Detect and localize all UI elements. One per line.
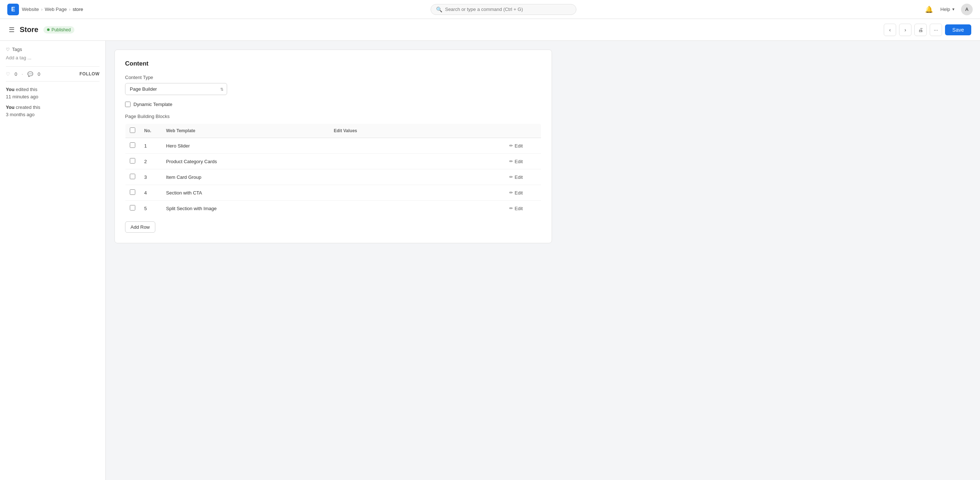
row-checkbox-4[interactable] <box>130 205 135 211</box>
row-template-0: Hero Slider <box>162 138 329 154</box>
table-head: No. Web Template Edit Values <box>126 124 541 138</box>
col-header-check <box>126 124 140 138</box>
edit-button-2[interactable]: ✏ Edit <box>509 174 523 180</box>
app-icon: E <box>7 4 19 15</box>
row-checkbox-3[interactable] <box>130 189 135 195</box>
save-button[interactable]: Save <box>945 24 971 35</box>
table-row: 3 Item Card Group ✏ Edit <box>126 170 541 185</box>
content-type-label: Content Type <box>125 74 541 80</box>
table-row: 5 Split Section with Image ✏ Edit <box>126 201 541 216</box>
divider-1 <box>6 66 100 67</box>
row-no-1: 2 <box>140 154 162 170</box>
row-template-1: Product Category Cards <box>162 154 329 170</box>
pencil-icon-3: ✏ <box>509 190 513 195</box>
row-checkbox-2[interactable] <box>130 174 135 179</box>
col-header-no: No. <box>140 124 162 138</box>
edit-button-4[interactable]: ✏ Edit <box>509 206 523 211</box>
row-check-cell-2 <box>126 170 140 185</box>
breadcrumb-store: store <box>73 6 83 12</box>
dynamic-template-row: Dynamic Template <box>125 101 541 107</box>
breadcrumb-website[interactable]: Website <box>22 6 39 12</box>
avatar[interactable]: A <box>961 4 973 15</box>
breadcrumb-sep-1: › <box>41 7 43 12</box>
sidebar: ♡ Tags Add a tag ... ♡ 0 · 💬 0 FOLLOW Yo… <box>0 41 106 480</box>
next-button[interactable]: › <box>899 24 912 36</box>
row-no-2: 3 <box>140 170 162 185</box>
chevron-down-icon: ▼ <box>951 7 955 11</box>
pencil-icon-1: ✏ <box>509 159 513 164</box>
row-actions-4: ✏ Edit <box>505 201 541 216</box>
select-all-checkbox[interactable] <box>130 127 135 133</box>
edit-label-1: Edit <box>515 159 523 164</box>
dynamic-template-checkbox[interactable] <box>125 101 130 107</box>
activity-text-1: edited this <box>16 87 37 92</box>
header-left: ☰ Store Published <box>9 25 75 34</box>
table-header-row: No. Web Template Edit Values <box>126 124 541 138</box>
col-header-actions <box>505 124 541 138</box>
search-icon: 🔍 <box>436 6 442 13</box>
col-header-edit-values: Edit Values <box>329 124 505 138</box>
search-bar: 🔍 <box>431 4 576 15</box>
col-header-template: Web Template <box>162 124 329 138</box>
layout: ♡ Tags Add a tag ... ♡ 0 · 💬 0 FOLLOW Yo… <box>0 41 980 480</box>
edit-label-0: Edit <box>515 143 523 149</box>
comments-count: 0 <box>38 71 40 77</box>
edit-label-3: Edit <box>515 190 523 196</box>
tags-label: Tags <box>12 47 22 52</box>
hamburger-button[interactable]: ☰ <box>9 26 14 34</box>
follow-button[interactable]: FOLLOW <box>80 71 100 76</box>
meta-row: ♡ 0 · 💬 0 FOLLOW <box>6 71 100 77</box>
row-check-cell-0 <box>126 138 140 154</box>
building-blocks-label: Page Building Blocks <box>125 114 541 119</box>
breadcrumb-sep-2: › <box>69 7 70 12</box>
likes-count: 0 <box>14 71 17 77</box>
content-type-wrapper: Page Builder Rich Text HTML ⇅ <box>125 83 227 95</box>
table-row: 4 Section with CTA ✏ Edit <box>126 185 541 201</box>
row-checkbox-0[interactable] <box>130 143 135 148</box>
activity-prefix-1: You <box>6 87 14 92</box>
page-title: Store <box>20 25 38 34</box>
header-right: ‹ › 🖨 ··· Save <box>884 24 971 36</box>
row-template-2: Item Card Group <box>162 170 329 185</box>
edit-label-4: Edit <box>515 206 523 211</box>
activity-time-2: 3 months ago <box>6 112 35 117</box>
help-label: Help <box>940 6 950 12</box>
dynamic-template-label[interactable]: Dynamic Template <box>134 101 172 107</box>
status-dot <box>47 29 49 31</box>
tags-section: ♡ Tags Add a tag ... <box>6 47 100 60</box>
add-tag[interactable]: Add a tag ... <box>6 55 100 60</box>
main-content: Content Content Type Page Builder Rich T… <box>106 41 980 480</box>
activity-time-1: 11 minutes ago <box>6 94 38 100</box>
breadcrumb-webpage[interactable]: Web Page <box>45 6 67 12</box>
edit-label-2: Edit <box>515 174 523 180</box>
help-button[interactable]: Help ▼ <box>940 6 955 12</box>
row-edit-values-3 <box>329 185 505 201</box>
prev-button[interactable]: ‹ <box>884 24 896 36</box>
search-input[interactable] <box>445 6 571 12</box>
notification-button[interactable]: 🔔 <box>923 4 934 15</box>
print-button[interactable]: 🖨 <box>915 24 927 36</box>
activity-text-2: created this <box>16 105 40 110</box>
divider-2 <box>6 81 100 82</box>
row-check-cell-3 <box>126 185 140 201</box>
edit-button-0[interactable]: ✏ Edit <box>509 143 523 149</box>
row-actions-0: ✏ Edit <box>505 138 541 154</box>
table-row: 2 Product Category Cards ✏ Edit <box>126 154 541 170</box>
page-header: ☰ Store Published ‹ › 🖨 ··· Save <box>0 19 980 41</box>
search-area: 🔍 <box>431 4 576 15</box>
row-no-0: 1 <box>140 138 162 154</box>
add-row-button[interactable]: Add Row <box>125 222 155 233</box>
status-label: Published <box>51 27 71 32</box>
activity-prefix-2: You <box>6 105 14 110</box>
tags-header: ♡ Tags <box>6 47 100 52</box>
row-check-cell-1 <box>126 154 140 170</box>
content-type-select[interactable]: Page Builder Rich Text HTML <box>125 83 227 95</box>
edit-button-3[interactable]: ✏ Edit <box>509 190 523 196</box>
edit-button-1[interactable]: ✏ Edit <box>509 159 523 164</box>
top-nav: E Website › Web Page › store 🔍 🔔 Help ▼ … <box>0 0 980 19</box>
row-checkbox-1[interactable] <box>130 158 135 163</box>
table-row: 1 Hero Slider ✏ Edit <box>126 138 541 154</box>
more-options-button[interactable]: ··· <box>930 24 942 36</box>
row-edit-values-4 <box>329 201 505 216</box>
status-badge: Published <box>43 26 75 33</box>
